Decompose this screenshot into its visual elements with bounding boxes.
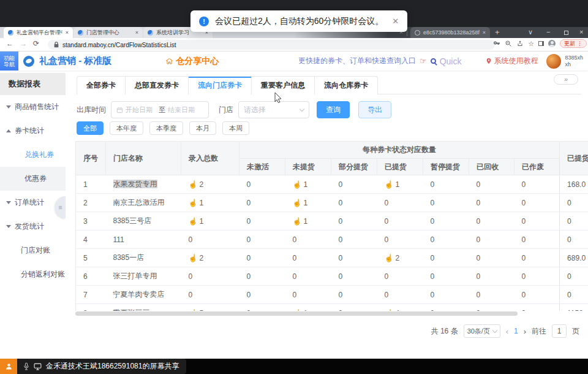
cell-value[interactable]: 1 [199,199,203,207]
hand-pointer-icon[interactable]: ☝ [293,217,302,226]
hand-pointer-icon[interactable]: ☝ [189,217,198,226]
share-icon[interactable] [516,40,524,47]
content-tab[interactable]: 重要客户信息 [251,77,314,94]
cell-value[interactable]: 1 [303,199,307,207]
hand-pointer-icon[interactable]: ☝ [385,254,394,262]
panel-collapse-button[interactable]: » [554,74,578,85]
hand-pointer-icon[interactable]: ☝ [385,180,394,189]
share-text: 金禾通技术王斌18662591081的屏幕共享 [46,361,179,372]
quick-filter-button[interactable]: 本年度 [110,121,143,135]
hand-pointer-icon[interactable]: ☝ [293,180,302,189]
window-maximize-button[interactable] [564,31,568,35]
quick-entry[interactable]: 更快捷的券卡、订单和快递查询入口 ☞ Quick [298,56,461,66]
cell-value[interactable]: 2 [199,254,203,262]
cell-value: 0 [339,291,343,299]
toast-close-icon[interactable]: ✕ [392,17,399,26]
sidebar-item[interactable]: 券卡统计 [0,119,66,143]
browser-profile-icon[interactable] [548,40,556,47]
date-to-label: 至 [159,105,165,115]
prev-page-icon[interactable]: ‹ [506,327,508,336]
page-size-select[interactable]: 30条/页 [464,324,500,338]
cell-value[interactable]: 2 [395,254,399,262]
cell-value[interactable]: 1 [199,217,203,226]
hand-pointer-icon[interactable]: ☝ [189,254,198,262]
hamburger-icon: ≡ [58,204,62,211]
goto-page-input[interactable] [552,324,567,338]
tab-close-icon[interactable]: × [483,29,486,36]
horizontal-scrollbar[interactable] [75,311,518,316]
new-tab-button[interactable]: + [495,28,500,37]
col-header-amount: 已提货 [560,142,588,175]
browser-tab-hash[interactable]: e8c573980b1328a258fd2e6f8 × [410,27,490,38]
hand-pointer-icon[interactable]: ☝ [189,309,198,311]
side-panel-icon[interactable] [538,41,544,46]
sidebar-item[interactable]: 门店对账 [0,239,66,262]
window-minimize-button[interactable]: − [546,28,550,36]
sidebar-item[interactable]: 兑换礼券 [0,143,66,167]
content-tab[interactable]: 流向仓库券卡 [314,77,377,94]
status-cell: 0 [285,231,331,249]
quick-filter-button[interactable]: 本月 [189,121,216,135]
forward-icon[interactable]: → [20,39,27,48]
quick-filter-button[interactable]: 全部 [77,121,104,135]
share-center-label: 仓分享中心 [176,56,219,67]
window-close-button[interactable]: × [579,28,583,36]
export-button[interactable]: 导出 [358,101,391,118]
cell-value[interactable]: 1 [303,217,307,226]
next-page-icon[interactable]: › [524,327,526,336]
store-name: 南京王总激活用 [113,198,165,207]
reload-icon[interactable]: ⟳ [33,39,39,48]
start-date-input[interactable] [126,106,156,113]
content-tab[interactable]: 全部券卡 [77,77,125,94]
user-avatar[interactable] [546,54,561,69]
end-date-input[interactable] [168,106,198,113]
cell-value[interactable]: 4 [395,309,399,311]
hand-pointer-icon[interactable]: ☝ [189,180,198,189]
search-button[interactable]: 查询 [317,101,350,118]
quick-filter-button[interactable]: 本季度 [149,121,183,135]
total-cell: 0 [181,267,239,286]
browser-tab[interactable]: 礼盒营销平台管理中心× [4,27,73,38]
status-cell: 0 [331,231,377,249]
tab-close-icon[interactable]: × [135,29,138,36]
cell-value[interactable]: 2 [199,180,203,189]
hand-pointer-icon[interactable]: ☝ [385,309,394,311]
date-range-picker[interactable]: 至 [111,101,209,118]
content-tab[interactable]: 流向门店券卡 [188,77,251,94]
tutorial-link[interactable]: 系统使用教程 [486,56,538,66]
store-cell: 111 [106,231,181,249]
quick-filter-button[interactable]: 本周 [222,121,249,135]
browser-tab[interactable]: 门店管理中心× [74,27,143,38]
bookmark-star-icon[interactable]: ☆ [528,40,534,48]
cell-value: 0 [293,254,297,262]
screen-share-banner[interactable]: 金禾通技术王斌18662591081的屏幕共享 [17,359,186,374]
window-chevron-icon[interactable]: ∨ [528,28,533,36]
hand-pointer-icon[interactable]: ☝ [293,199,302,207]
key-icon[interactable] [493,40,500,47]
share-center-link[interactable]: 仓分享中心 [165,56,219,67]
cell-value[interactable]: 1 [303,309,307,311]
cell-value: 0 [385,235,389,244]
sidebar-item[interactable]: 商品销售统计 [0,95,66,119]
kebab-menu-icon[interactable]: ⋮ [577,40,582,47]
cell-value[interactable]: 1 [303,180,307,189]
tab-close-icon[interactable]: × [66,29,69,36]
cell-value: 0 [477,217,481,226]
function-nav-toggle[interactable]: 功能 导航 [0,52,18,71]
cell-value[interactable]: 1 [395,180,399,189]
zoom-icon[interactable] [505,40,512,47]
meeting-participant-icon[interactable] [0,359,17,374]
address-bar[interactable]: standard.maboy.cn/CardFlowStatisticsList [48,40,495,50]
hand-pointer-icon[interactable]: ☝ [189,199,198,207]
content-tab[interactable]: 总部直发券卡 [125,77,188,94]
store-select[interactable]: 请选择 [238,101,309,118]
cell-value[interactable]: 5 [199,309,203,311]
sidebar-item[interactable]: 发货统计 [0,215,66,239]
table-row: 38385三号店☝10☝1000000 [76,212,588,231]
sidebar-item[interactable]: 分销返利对账 [0,262,66,286]
hand-pointer-icon[interactable]: ☝ [293,309,302,311]
browser-update-button[interactable]: 更新 ⋮ [560,39,587,48]
current-page[interactable]: 1 [514,327,518,335]
back-icon[interactable]: ← [6,39,13,48]
sidebar-item[interactable]: 优惠券 [0,167,66,191]
